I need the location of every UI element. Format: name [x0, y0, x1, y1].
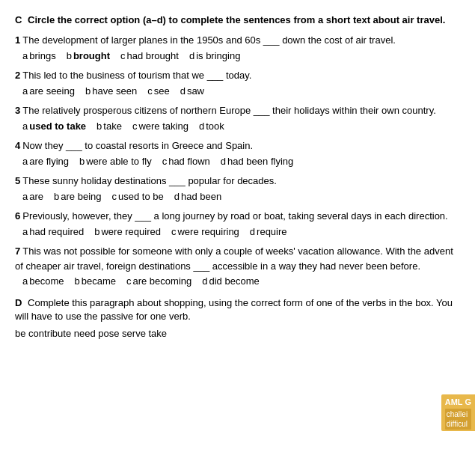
options-line: aused to takebtakecwere takingdtook: [22, 119, 460, 134]
option: bbecame: [74, 275, 115, 287]
opt-text: had been flying: [227, 156, 293, 167]
opt-text: did become: [209, 275, 259, 287]
question-line: 4Now they ___ to coastal resorts in Gree…: [15, 138, 460, 153]
options-line: aare flyingbwere able to flychad flowndh…: [22, 154, 460, 169]
aml-badge: AML G challeidifficul: [441, 394, 475, 431]
opt-letter: c: [111, 191, 117, 202]
verbs-line: be contribute need pose serve take: [15, 328, 460, 339]
question-block: 1The development of larger planes in the…: [15, 33, 460, 63]
opt-letter: d: [221, 156, 226, 167]
badge-sub: challeidifficul: [445, 409, 471, 430]
options-line: ahad requiredbwere requiredcwere requiri…: [22, 225, 460, 239]
question-text: This was not possible for someone with o…: [15, 245, 453, 272]
option: bwere required: [94, 226, 161, 237]
question-text: The relatively prosperous citizens of no…: [22, 105, 436, 116]
question-line: 3The relatively prosperous citizens of n…: [15, 103, 460, 118]
opt-letter: c: [147, 85, 153, 97]
opt-text: become: [29, 275, 64, 287]
opt-text: is bringing: [196, 50, 240, 61]
option: aare: [22, 191, 43, 202]
opt-text: had required: [29, 226, 84, 237]
option: bwere able to fly: [79, 156, 152, 167]
question-block: 7This was not possible for someone with …: [15, 244, 460, 289]
option: drequire: [250, 226, 287, 237]
section-d: D Complete this paragraph about shopping…: [15, 296, 460, 339]
opt-letter: b: [74, 275, 79, 287]
question-text: This led to the business of tourism that…: [22, 70, 251, 81]
section-c-header: C Circle the correct option (a–d) to com…: [15, 13, 460, 27]
opt-letter: a: [22, 85, 28, 97]
page: C Circle the correct option (a–d) to com…: [0, 0, 475, 476]
option: ddid become: [202, 275, 259, 287]
option: chad flown: [162, 156, 210, 167]
opt-text: are flying: [29, 156, 69, 167]
opt-letter: b: [54, 191, 59, 202]
option: dsaw: [180, 85, 204, 97]
options-line: aarebare beingcused to bedhad been: [22, 189, 460, 204]
opt-text: are being: [61, 191, 101, 202]
opt-text: had been: [181, 191, 221, 202]
option: care becoming: [126, 275, 191, 287]
opt-letter: c: [120, 50, 126, 61]
option: aare seeing: [22, 85, 75, 97]
question-num: 5: [15, 175, 20, 186]
opt-letter: d: [250, 226, 255, 237]
opt-letter: c: [126, 275, 132, 287]
opt-letter: d: [180, 85, 186, 97]
option: cwere requiring: [171, 226, 239, 237]
option: chad brought: [120, 50, 179, 61]
question-line: 2This led to the business of tourism tha…: [15, 68, 460, 83]
option: aare flying: [22, 156, 69, 167]
opt-letter: a: [22, 226, 28, 237]
option: dhad been: [174, 191, 221, 202]
option: dtook: [199, 120, 224, 132]
opt-letter: c: [132, 120, 138, 132]
question-num: 4: [15, 140, 20, 151]
options-line: aare seeingbhave seencseedsaw: [22, 84, 460, 99]
opt-letter: d: [174, 191, 180, 202]
opt-text: used to take: [29, 120, 86, 132]
question-num: 1: [15, 34, 20, 46]
option: dhad been flying: [221, 156, 293, 167]
opt-text: had brought: [126, 50, 178, 61]
opt-text: are becoming: [132, 275, 191, 287]
questions-container: 1The development of larger planes in the…: [15, 33, 460, 289]
question-num: 7: [15, 245, 20, 257]
opt-text: take: [103, 120, 122, 132]
option: cused to be: [111, 191, 163, 202]
opt-letter: a: [22, 275, 28, 287]
option: csee: [147, 85, 169, 97]
opt-text: were required: [101, 226, 161, 237]
opt-letter: c: [162, 156, 168, 167]
section-d-header: D Complete this paragraph about shopping…: [15, 296, 460, 323]
option: abecome: [22, 275, 64, 287]
question-text: The development of larger planes in the …: [22, 34, 396, 46]
question-num: 2: [15, 70, 20, 81]
option: abrings: [22, 50, 56, 61]
opt-letter: b: [85, 85, 91, 97]
opt-text: had flown: [168, 156, 210, 167]
question-text: Now they ___ to coastal resorts in Greec…: [22, 140, 253, 151]
opt-text: took: [206, 120, 224, 132]
opt-letter: d: [189, 50, 194, 61]
opt-letter: b: [96, 120, 102, 132]
question-block: 5These sunny holiday destinations ___ po…: [15, 174, 460, 204]
opt-letter: a: [22, 120, 28, 132]
option: bare being: [54, 191, 101, 202]
section-d-letter: D: [15, 297, 22, 308]
option: cwere taking: [132, 120, 189, 132]
option: btake: [96, 120, 122, 132]
option: bhave seen: [85, 85, 137, 97]
opt-letter: c: [171, 226, 177, 237]
opt-text: became: [82, 275, 116, 287]
options-line: abringsbbroughtchad broughtdis bringing: [22, 49, 460, 64]
question-line: 7This was not possible for someone with …: [15, 244, 460, 273]
question-line: 6Previously, however, they ___ a long jo…: [15, 209, 460, 224]
option: bbrought: [67, 50, 110, 61]
opt-text: saw: [187, 85, 204, 97]
section-c-letter: C: [15, 14, 22, 25]
question-block: 3The relatively prosperous citizens of n…: [15, 103, 460, 133]
opt-text: used to be: [118, 191, 164, 202]
question-text: Previously, however, they ___ a long jou…: [22, 210, 447, 222]
opt-letter: b: [94, 226, 99, 237]
